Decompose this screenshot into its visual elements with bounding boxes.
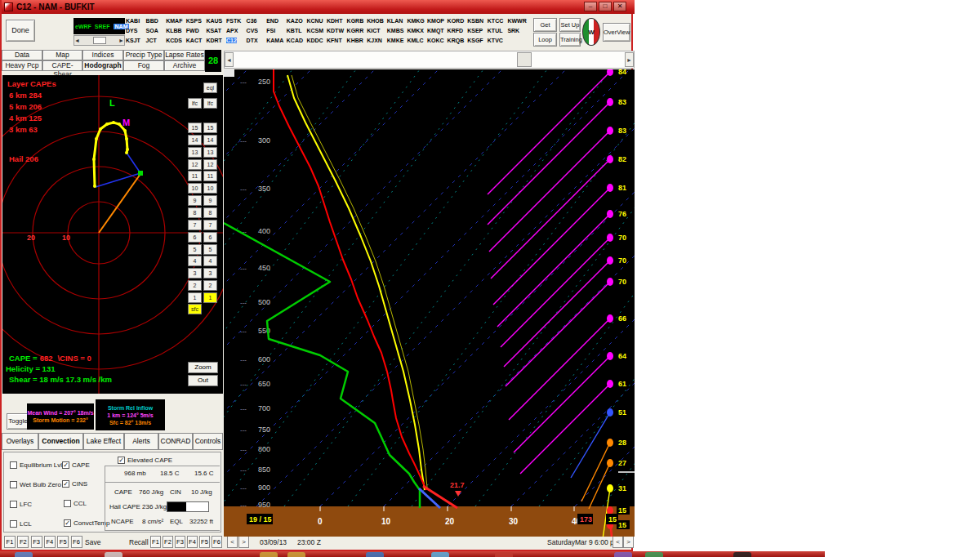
level-button-right-13[interactable]: 13 — [203, 147, 217, 158]
tab-map[interactable]: Map — [42, 50, 82, 60]
station-kfnt[interactable]: KFNT — [327, 38, 342, 43]
level-button-right-11[interactable]: 11 — [203, 171, 217, 181]
level-button-left-sfc[interactable]: sfc — [188, 304, 202, 314]
station-kazo[interactable]: KAZO — [287, 18, 303, 24]
station-ktul[interactable]: KTUL — [488, 28, 503, 33]
station-srk[interactable]: SRK — [507, 28, 519, 33]
station-dtx[interactable]: DTX — [247, 38, 258, 43]
station-ksbn[interactable]: KSBN — [467, 18, 483, 24]
station-ktcc[interactable]: KTCC — [488, 18, 503, 24]
taskbar-icon[interactable] — [614, 552, 632, 557]
scrollbar-right-icon[interactable]: ► — [625, 52, 634, 67]
scroll-thumb[interactable] — [93, 37, 106, 44]
local-back-button[interactable]: < — [612, 536, 623, 548]
taskbar-icon[interactable] — [15, 552, 33, 557]
tab-precip-type[interactable]: Precip Type — [123, 50, 164, 60]
get-data-button[interactable]: Get Data — [533, 18, 557, 32]
station-kjxn[interactable]: KJXN — [367, 38, 382, 43]
tab-hodograph[interactable]: Hodograph — [82, 60, 123, 71]
level-button-right-3[interactable]: 3 — [203, 268, 217, 278]
checkbox-convcttemp[interactable]: ✓ConvctTemp — [64, 519, 109, 527]
station-kbtl[interactable]: KBTL — [287, 28, 302, 33]
zoom-out-button[interactable]: Out — [188, 375, 218, 386]
minimize-icon[interactable]: – — [584, 2, 597, 11]
station-kwwr[interactable]: KWWR — [507, 18, 526, 24]
taskbar[interactable] — [0, 551, 825, 557]
station-jct[interactable]: JCT — [146, 38, 157, 43]
taskbar-icon[interactable] — [260, 552, 278, 557]
station-ksat[interactable]: KSAT — [206, 28, 221, 33]
station-kabi[interactable]: KABI — [126, 18, 140, 24]
checkbox-box[interactable] — [10, 520, 17, 528]
level-button-left-7[interactable]: 7 — [188, 220, 202, 230]
station-kmkx[interactable]: KMKX — [407, 28, 424, 33]
scrollbar-left-icon[interactable]: ◄ — [225, 52, 234, 67]
checkbox-box[interactable] — [10, 481, 17, 488]
level-button-left-8[interactable]: 8 — [188, 207, 202, 218]
level-button-right-5[interactable]: 5 — [203, 244, 217, 255]
scrollbar-thumb[interactable] — [517, 52, 532, 67]
skewt-canvas[interactable]: 010203040---250---300---350---400---450-… — [224, 69, 635, 537]
station-kdht[interactable]: KDHT — [327, 18, 342, 24]
station-kdrt[interactable]: KDRT — [206, 38, 221, 43]
station-kokc[interactable]: KOKC — [427, 38, 444, 43]
tab-fog[interactable]: Fog — [123, 60, 164, 71]
station-ksjt[interactable]: KSJT — [126, 38, 140, 43]
taskbar-icon[interactable] — [366, 552, 384, 557]
station-kcad[interactable]: KCAD — [287, 38, 303, 43]
level-button-left-11[interactable]: 11 — [188, 171, 202, 181]
fkey-right-f3[interactable]: F3 — [175, 536, 185, 548]
model-sref[interactable]: SREF — [95, 24, 110, 29]
station-khob[interactable]: KHOB — [367, 18, 384, 24]
tab-heavy-pcp[interactable]: Heavy Pcp — [2, 60, 42, 71]
zoom-button[interactable]: Zoom — [188, 362, 218, 373]
tab-conrad[interactable]: CONRAD — [158, 433, 193, 450]
training-button[interactable]: Training — [559, 33, 581, 47]
level-button-right-lfc[interactable]: lfc — [203, 98, 217, 109]
checkbox-box[interactable] — [10, 501, 17, 508]
checkbox-box[interactable]: ✓ — [64, 519, 71, 527]
station-ksep[interactable]: KSEP — [467, 28, 483, 33]
save-button[interactable]: Save — [85, 538, 100, 546]
level-button-left-15[interactable]: 15 — [188, 123, 202, 133]
station-kgrr[interactable]: KGRR — [347, 28, 364, 33]
checkbox-box[interactable] — [64, 500, 71, 507]
level-button-right-8[interactable]: 8 — [203, 207, 217, 218]
station-kmkg[interactable]: KMKG — [407, 18, 424, 24]
set-up-button[interactable]: Set Up — [559, 18, 581, 32]
time-back-button[interactable]: < — [227, 536, 238, 548]
fkey-right-f6[interactable]: F6 — [212, 536, 222, 548]
loop-button[interactable]: Loop — [533, 33, 557, 47]
tab-overlays[interactable]: Overlays — [2, 433, 38, 450]
station-ksgf[interactable]: KSGF — [467, 38, 483, 43]
level-button-left-2[interactable]: 2 — [188, 280, 202, 291]
station-kcds[interactable]: KCDS — [166, 38, 182, 43]
tab-cape-shear[interactable]: CAPE-Shear — [42, 60, 82, 71]
taskbar-icon[interactable] — [733, 552, 751, 557]
level-button-right-6[interactable]: 6 — [203, 232, 217, 243]
tab-alerts[interactable]: Alerts — [124, 433, 158, 450]
station-kama[interactable]: KAMA — [266, 38, 283, 43]
level-button-right-9[interactable]: 9 — [203, 195, 217, 206]
level-button-left-5[interactable]: 5 — [188, 244, 202, 255]
fkey-left-f6[interactable]: F6 — [71, 536, 82, 548]
checkbox-wet-bulb-zero[interactable]: Wet Bulb Zero — [10, 481, 61, 488]
tab-data[interactable]: Data — [2, 50, 42, 60]
station-bbd[interactable]: BBD — [146, 18, 158, 24]
station-kmaf[interactable]: KMAF — [166, 18, 182, 24]
tab-archive[interactable]: Archive — [164, 60, 205, 71]
level-button-left-lfc[interactable]: lfc — [188, 98, 202, 109]
taskbar-icon[interactable] — [645, 552, 663, 557]
maximize-icon[interactable]: □ — [599, 2, 612, 11]
level-button-right-eql[interactable]: eql — [203, 82, 217, 93]
station-kmop[interactable]: KMOP — [427, 18, 444, 24]
station-end[interactable]: END — [266, 18, 278, 24]
station-krfd[interactable]: KRFD — [448, 28, 463, 33]
station-fsi[interactable]: FSI — [266, 28, 275, 33]
local-forward-button[interactable]: > — [623, 536, 634, 548]
station-cvs[interactable]: CVS — [247, 28, 258, 33]
checkbox-elevated-cape[interactable]: ✓Elevated CAPE — [118, 457, 172, 464]
station-c12[interactable]: C12 — [226, 38, 237, 43]
checkbox-cape[interactable]: ✓CAPE — [62, 461, 90, 469]
taskbar-icon[interactable] — [287, 552, 305, 557]
